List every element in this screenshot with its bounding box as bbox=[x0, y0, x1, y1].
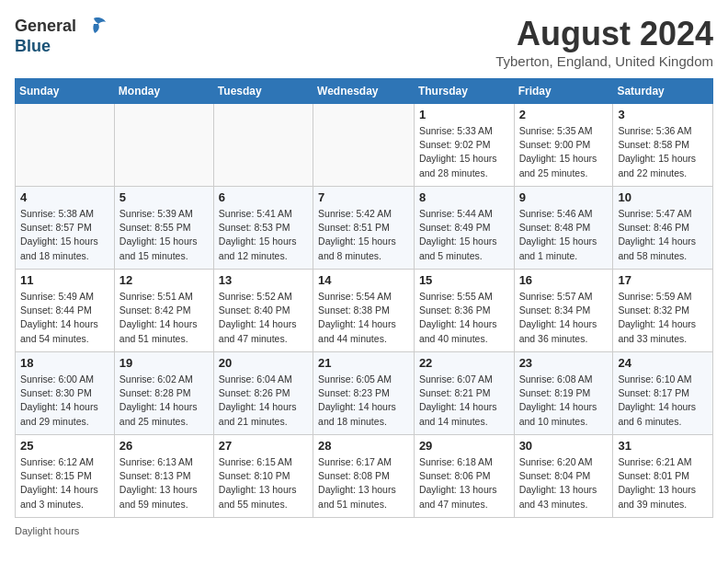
calendar-cell: 21Sunrise: 6:05 AM Sunset: 8:23 PM Dayli… bbox=[313, 352, 415, 435]
day-info: Sunrise: 6:00 AM Sunset: 8:30 PM Dayligh… bbox=[20, 373, 109, 429]
calendar-cell: 28Sunrise: 6:17 AM Sunset: 8:08 PM Dayli… bbox=[313, 435, 415, 518]
day-number: 22 bbox=[419, 356, 509, 370]
location-text: Tyberton, England, United Kingdom bbox=[495, 53, 713, 69]
day-info: Sunrise: 6:12 AM Sunset: 8:15 PM Dayligh… bbox=[20, 455, 109, 511]
day-number: 30 bbox=[519, 439, 609, 453]
day-info: Sunrise: 5:36 AM Sunset: 8:58 PM Dayligh… bbox=[618, 124, 708, 180]
calendar-cell: 24Sunrise: 6:10 AM Sunset: 8:17 PM Dayli… bbox=[613, 352, 713, 435]
day-info: Sunrise: 6:17 AM Sunset: 8:08 PM Dayligh… bbox=[318, 455, 409, 511]
calendar-cell bbox=[313, 104, 415, 187]
calendar-cell: 6Sunrise: 5:41 AM Sunset: 8:53 PM Daylig… bbox=[213, 187, 313, 270]
day-info: Sunrise: 6:20 AM Sunset: 8:04 PM Dayligh… bbox=[519, 455, 609, 511]
day-info: Sunrise: 5:57 AM Sunset: 8:34 PM Dayligh… bbox=[519, 290, 609, 346]
logo: General Blue bbox=[15, 15, 108, 56]
calendar-cell: 12Sunrise: 5:51 AM Sunset: 8:42 PM Dayli… bbox=[114, 270, 213, 352]
day-number: 9 bbox=[519, 190, 609, 204]
day-info: Sunrise: 5:35 AM Sunset: 9:00 PM Dayligh… bbox=[519, 124, 609, 180]
calendar-day-header: Saturday bbox=[613, 79, 713, 104]
calendar-cell: 29Sunrise: 6:18 AM Sunset: 8:06 PM Dayli… bbox=[414, 435, 514, 518]
calendar-cell: 5Sunrise: 5:39 AM Sunset: 8:55 PM Daylig… bbox=[114, 187, 213, 270]
title-area: August 2024 Tyberton, England, United Ki… bbox=[495, 15, 713, 69]
day-info: Sunrise: 6:04 AM Sunset: 8:26 PM Dayligh… bbox=[219, 373, 308, 429]
calendar-day-header: Thursday bbox=[414, 79, 514, 104]
day-info: Sunrise: 6:21 AM Sunset: 8:01 PM Dayligh… bbox=[618, 455, 708, 511]
day-info: Sunrise: 5:54 AM Sunset: 8:38 PM Dayligh… bbox=[318, 290, 409, 346]
calendar-cell: 9Sunrise: 5:46 AM Sunset: 8:48 PM Daylig… bbox=[514, 187, 613, 270]
day-info: Sunrise: 5:59 AM Sunset: 8:32 PM Dayligh… bbox=[618, 290, 708, 346]
calendar-cell: 10Sunrise: 5:47 AM Sunset: 8:46 PM Dayli… bbox=[613, 187, 713, 270]
calendar-week-row: 25Sunrise: 6:12 AM Sunset: 8:15 PM Dayli… bbox=[16, 435, 713, 518]
calendar-cell bbox=[213, 104, 313, 187]
calendar-cell: 7Sunrise: 5:42 AM Sunset: 8:51 PM Daylig… bbox=[313, 187, 415, 270]
page-header: General Blue August 2024 Tyberton, Engla… bbox=[15, 15, 713, 69]
day-info: Sunrise: 5:44 AM Sunset: 8:49 PM Dayligh… bbox=[419, 207, 509, 263]
day-info: Sunrise: 5:55 AM Sunset: 8:36 PM Dayligh… bbox=[419, 290, 509, 346]
logo-blue-text: Blue bbox=[15, 37, 51, 56]
day-info: Sunrise: 5:33 AM Sunset: 9:02 PM Dayligh… bbox=[419, 124, 509, 180]
day-info: Sunrise: 5:46 AM Sunset: 8:48 PM Dayligh… bbox=[519, 207, 609, 263]
day-number: 17 bbox=[618, 273, 708, 287]
logo-general-text: General bbox=[15, 17, 76, 36]
day-number: 24 bbox=[618, 356, 708, 370]
calendar-cell: 1Sunrise: 5:33 AM Sunset: 9:02 PM Daylig… bbox=[414, 104, 514, 187]
calendar-cell: 14Sunrise: 5:54 AM Sunset: 8:38 PM Dayli… bbox=[313, 270, 415, 352]
day-info: Sunrise: 6:18 AM Sunset: 8:06 PM Dayligh… bbox=[419, 455, 509, 511]
calendar-cell: 19Sunrise: 6:02 AM Sunset: 8:28 PM Dayli… bbox=[114, 352, 213, 435]
day-info: Sunrise: 5:41 AM Sunset: 8:53 PM Dayligh… bbox=[219, 207, 308, 263]
day-info: Sunrise: 5:42 AM Sunset: 8:51 PM Dayligh… bbox=[318, 207, 409, 263]
day-number: 16 bbox=[519, 273, 609, 287]
day-number: 2 bbox=[519, 108, 609, 121]
day-number: 26 bbox=[119, 439, 209, 453]
day-number: 29 bbox=[419, 439, 509, 453]
day-number: 7 bbox=[318, 190, 409, 204]
day-number: 10 bbox=[618, 190, 708, 204]
day-info: Sunrise: 5:39 AM Sunset: 8:55 PM Dayligh… bbox=[119, 207, 209, 263]
day-number: 3 bbox=[618, 108, 708, 121]
calendar-cell: 31Sunrise: 6:21 AM Sunset: 8:01 PM Dayli… bbox=[613, 435, 713, 518]
calendar-cell: 27Sunrise: 6:15 AM Sunset: 8:10 PM Dayli… bbox=[213, 435, 313, 518]
calendar-cell: 13Sunrise: 5:52 AM Sunset: 8:40 PM Dayli… bbox=[213, 270, 313, 352]
calendar-cell: 2Sunrise: 5:35 AM Sunset: 9:00 PM Daylig… bbox=[514, 104, 613, 187]
calendar-cell: 17Sunrise: 5:59 AM Sunset: 8:32 PM Dayli… bbox=[613, 270, 713, 352]
calendar-day-header: Wednesday bbox=[313, 79, 415, 104]
day-number: 5 bbox=[119, 190, 209, 204]
calendar-cell: 20Sunrise: 6:04 AM Sunset: 8:26 PM Dayli… bbox=[213, 352, 313, 435]
day-info: Sunrise: 5:52 AM Sunset: 8:40 PM Dayligh… bbox=[219, 290, 308, 346]
day-info: Sunrise: 6:05 AM Sunset: 8:23 PM Dayligh… bbox=[318, 373, 409, 429]
calendar-cell: 26Sunrise: 6:13 AM Sunset: 8:13 PM Dayli… bbox=[114, 435, 213, 518]
day-number: 18 bbox=[20, 356, 109, 370]
calendar-cell: 8Sunrise: 5:44 AM Sunset: 8:49 PM Daylig… bbox=[414, 187, 514, 270]
day-number: 20 bbox=[219, 356, 308, 370]
calendar-cell: 25Sunrise: 6:12 AM Sunset: 8:15 PM Dayli… bbox=[16, 435, 115, 518]
calendar-cell: 22Sunrise: 6:07 AM Sunset: 8:21 PM Dayli… bbox=[414, 352, 514, 435]
day-number: 12 bbox=[119, 273, 209, 287]
day-number: 31 bbox=[618, 439, 708, 453]
month-title: August 2024 bbox=[495, 15, 713, 53]
day-number: 14 bbox=[318, 273, 409, 287]
calendar-cell: 3Sunrise: 5:36 AM Sunset: 8:58 PM Daylig… bbox=[613, 104, 713, 187]
day-info: Sunrise: 6:10 AM Sunset: 8:17 PM Dayligh… bbox=[618, 373, 708, 429]
calendar-cell: 18Sunrise: 6:00 AM Sunset: 8:30 PM Dayli… bbox=[16, 352, 115, 435]
calendar-cell bbox=[16, 104, 115, 187]
calendar-week-row: 11Sunrise: 5:49 AM Sunset: 8:44 PM Dayli… bbox=[16, 270, 713, 352]
day-info: Sunrise: 5:47 AM Sunset: 8:46 PM Dayligh… bbox=[618, 207, 708, 263]
calendar-day-header: Sunday bbox=[16, 79, 115, 104]
day-info: Sunrise: 6:07 AM Sunset: 8:21 PM Dayligh… bbox=[419, 373, 509, 429]
day-number: 21 bbox=[318, 356, 409, 370]
calendar-week-row: 18Sunrise: 6:00 AM Sunset: 8:30 PM Dayli… bbox=[16, 352, 713, 435]
day-info: Sunrise: 6:13 AM Sunset: 8:13 PM Dayligh… bbox=[119, 455, 209, 511]
calendar-cell bbox=[114, 104, 213, 187]
calendar-day-header: Monday bbox=[114, 79, 213, 104]
footer: Daylight hours bbox=[15, 525, 713, 536]
calendar-week-row: 4Sunrise: 5:38 AM Sunset: 8:57 PM Daylig… bbox=[16, 187, 713, 270]
logo-bird-icon bbox=[80, 15, 108, 37]
day-number: 6 bbox=[219, 190, 308, 204]
day-number: 11 bbox=[20, 273, 109, 287]
day-number: 23 bbox=[519, 356, 609, 370]
day-info: Sunrise: 6:02 AM Sunset: 8:28 PM Dayligh… bbox=[119, 373, 209, 429]
day-number: 8 bbox=[419, 190, 509, 204]
calendar-table: SundayMondayTuesdayWednesdayThursdayFrid… bbox=[15, 78, 713, 518]
day-info: Sunrise: 6:08 AM Sunset: 8:19 PM Dayligh… bbox=[519, 373, 609, 429]
day-info: Sunrise: 6:15 AM Sunset: 8:10 PM Dayligh… bbox=[219, 455, 308, 511]
day-info: Sunrise: 5:38 AM Sunset: 8:57 PM Dayligh… bbox=[20, 207, 109, 263]
